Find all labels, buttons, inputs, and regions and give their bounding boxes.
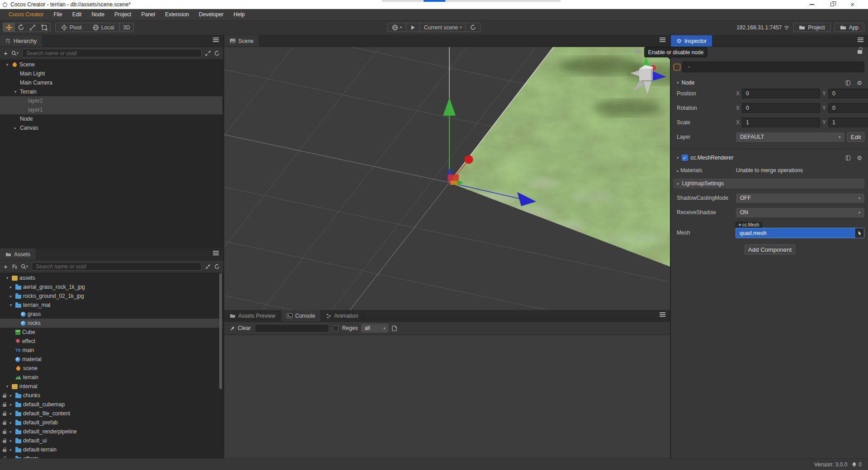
refresh-button[interactable] [214,51,220,56]
tree-row-layer1[interactable]: layer1 [0,105,222,114]
tree-row-node[interactable]: Node [0,114,222,123]
assets-search-input[interactable] [36,263,198,270]
menu-file[interactable]: File [48,9,67,20]
scale-tool-button[interactable] [27,23,38,32]
hierarchy-search-input[interactable] [26,50,198,56]
mesh-renderer-header[interactable]: ▾ ✓ cc.MeshRenderer ⚙ [671,153,868,163]
menu-panel[interactable]: Panel [136,9,160,20]
close-button[interactable]: × [842,0,863,9]
console-output[interactable] [224,335,670,458]
tab-scene[interactable]: Scene [224,35,259,47]
position-x-input[interactable] [742,89,820,99]
expand-arrow-icon[interactable]: ▸ [8,393,14,398]
console-clear-button[interactable]: Clear [230,325,251,331]
create-node-button[interactable]: + [4,51,8,56]
open-app-button[interactable]: App [834,23,864,32]
tab-hierarchy[interactable]: Hierarchy [0,35,42,47]
tree-row-default-renderpipeline[interactable]: ▸default_renderpipeline [0,427,222,436]
gizmo-plane-yz[interactable] [448,167,453,175]
tree-row-main-light[interactable]: Main Light [0,69,222,78]
tab-assets-preview[interactable]: Assets Preview [224,310,281,321]
rect-tool-button[interactable] [38,23,50,32]
materials-label[interactable]: ▸ Materials [677,167,736,174]
collapse-arrow-icon[interactable]: ▾ [13,89,18,94]
console-filter-input[interactable] [255,324,329,333]
panel-menu-icon[interactable] [858,39,863,40]
minimize-button[interactable] [802,0,822,9]
receive-shadow-dropdown[interactable]: ON ▾ [736,208,864,217]
gizmo-y-arrow[interactable] [443,98,456,116]
collapse-all-button[interactable] [205,264,211,269]
tree-row-default-prefab[interactable]: ▸default_prefab [0,418,222,427]
tree-row-main[interactable]: TSmain [0,346,222,355]
component-enabled-checkbox[interactable]: ✓ [682,155,688,161]
panel-menu-icon[interactable] [660,39,665,40]
shadow-casting-dropdown[interactable]: OFF ▾ [736,193,864,203]
tab-animation[interactable]: Animation [321,310,364,321]
gizmo-x-handle[interactable] [465,155,473,164]
expand-arrow-icon[interactable]: ▸ [8,294,14,298]
expand-arrow-icon[interactable]: ▸ [8,285,14,289]
expand-arrow-icon[interactable]: ▸ [8,411,14,416]
tab-assets[interactable]: Assets [0,249,36,260]
tree-row-internal[interactable]: ▾internal [0,382,222,391]
position-y-input[interactable] [828,89,868,99]
mode-3d-button[interactable]: 3D [119,23,134,32]
tree-row-assets[interactable]: ▾assets [0,273,222,282]
menu-cocos-creator[interactable]: Cocos Creator [4,9,48,20]
move-tool-button[interactable] [3,23,15,32]
tree-row-main-camera[interactable]: Main Camera [0,78,222,87]
node-name-field[interactable]: - [682,61,864,72]
tree-row-canvas[interactable]: ▸Canvas [0,123,222,132]
menu-edit[interactable]: Edit [67,9,87,20]
local-toggle-button[interactable]: Local [91,23,116,32]
collapse-arrow-icon[interactable]: ▾ [5,62,10,67]
scale-x-input[interactable] [742,118,820,127]
tree-row-rocks-ground-02-1k-jpg[interactable]: ▸rocks_ground_02_1k_jpg [0,291,222,301]
log-level-dropdown[interactable]: all ▾ [361,324,388,333]
collapse-arrow-icon[interactable]: ▾ [5,384,10,389]
pivot-toggle-button[interactable]: Pivot [59,23,84,32]
tree-row-default-file-content[interactable]: ▸default_file_content [0,409,222,418]
tab-console[interactable]: Console [281,310,321,321]
assets-scrollbar[interactable] [219,273,222,389]
tree-row-grass[interactable]: grass [0,310,222,319]
mesh-picker-button[interactable] [855,228,864,238]
sort-assets-button[interactable] [11,264,17,269]
orientation-cube[interactable] [639,69,653,80]
tree-row-rocks[interactable]: rocks [0,319,222,328]
docs-icon[interactable] [846,155,850,160]
reload-button[interactable] [466,23,480,32]
rotate-tool-button[interactable] [15,23,27,32]
preview-target-button[interactable]: ▾ [388,23,406,32]
tree-row-cube[interactable]: Cube [0,328,222,337]
mesh-asset-field[interactable]: quad.mesh [736,228,864,238]
tree-row-default-terrain[interactable]: ▸default-terrain [0,445,222,454]
menu-developer[interactable]: Developer [194,9,229,20]
expand-arrow-icon[interactable]: ▸ [13,126,18,130]
collapse-arrow-icon[interactable]: ▾ [8,303,14,307]
scale-y-input[interactable] [828,118,868,127]
tree-row-terrain[interactable]: terrain [0,373,222,382]
create-asset-button[interactable]: + [4,264,8,269]
expand-arrow-icon[interactable]: ▸ [8,447,14,452]
panel-menu-icon[interactable] [213,253,219,254]
node-section-header[interactable]: ▾ Node ⚙ [671,78,868,88]
tree-row-effects[interactable]: ▸effects [0,454,222,458]
gizmo-plane-quad[interactable] [448,174,459,181]
restore-button[interactable] [822,0,842,9]
menu-project[interactable]: Project [109,9,136,20]
docs-icon[interactable] [846,80,850,85]
node-enable-checkbox[interactable] [674,64,680,70]
panel-menu-icon[interactable] [213,39,219,40]
tree-row-default-cubemap[interactable]: ▸default_cubemap [0,400,222,409]
tree-row-aerial-grass-rock-1k-jpg[interactable]: ▸aerial_grass_rock_1k_jpg [0,282,222,291]
tree-row-default-ui[interactable]: ▸default_ui [0,436,222,445]
add-component-button[interactable]: Add Component [745,244,795,254]
layer-dropdown[interactable]: DEFAULT ▾ [736,132,844,142]
open-log-file-button[interactable] [392,325,397,331]
tree-row-scene[interactable]: ▾Scene [0,60,222,69]
lightmap-settings-header[interactable]: ▸ LightmapSettings [674,179,864,188]
expand-arrow-icon[interactable]: ▸ [8,402,14,407]
panel-menu-icon[interactable] [660,314,665,315]
